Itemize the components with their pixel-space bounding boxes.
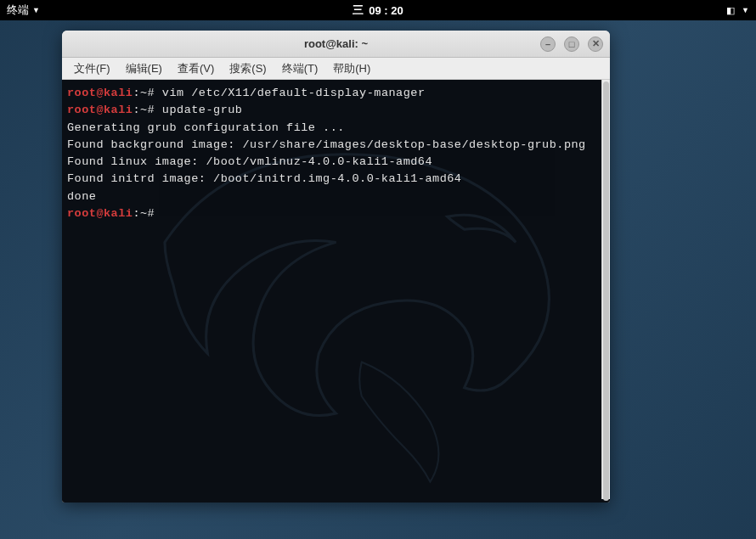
terminal-line: Found background image: /usr/share/image…: [67, 137, 605, 154]
menu-search[interactable]: 搜索(S): [223, 59, 273, 79]
minimize-icon: –: [545, 39, 550, 49]
terminal-line: root@kali:~# vim /etc/X11/default-displa…: [67, 85, 605, 102]
terminal-line: done: [67, 188, 605, 205]
menu-file[interactable]: 文件(F): [67, 59, 117, 79]
maximize-icon: □: [569, 39, 575, 49]
status-network-icon: ◧: [726, 5, 735, 16]
app-indicator-label: 终端: [7, 3, 29, 18]
clock-time: 09 : 20: [369, 4, 403, 17]
menu-edit[interactable]: 编辑(E): [119, 59, 169, 79]
topbar-status-area[interactable]: ◧ ▼: [726, 5, 749, 16]
close-button[interactable]: ✕: [588, 36, 603, 52]
topbar-app-indicator[interactable]: 终端 ▼: [7, 3, 40, 18]
close-icon: ✕: [592, 38, 600, 49]
maximize-button[interactable]: □: [564, 36, 579, 52]
terminal-line: Found linux image: /boot/vmlinuz-4.0.0-k…: [67, 154, 605, 171]
terminal-line: root@kali:~# update-grub: [67, 102, 605, 119]
topbar-clock[interactable]: 三 09 : 20: [353, 3, 403, 18]
menu-view[interactable]: 查看(V): [171, 59, 221, 79]
prompt-user: root@: [67, 87, 104, 99]
window-titlebar[interactable]: root@kali: ~ – □ ✕: [62, 31, 610, 58]
terminal-window: root@kali: ~ – □ ✕ 文件(F) 编辑(E) 查看(V) 搜索(…: [62, 31, 610, 503]
minimize-button[interactable]: –: [540, 36, 556, 52]
terminal-content: root@kali:~# vim /etc/X11/default-displa…: [67, 85, 605, 222]
terminal-line: Found initrd image: /boot/initrd.img-4.0…: [67, 171, 605, 188]
terminal-line: Generating grub configuration file ...: [67, 120, 605, 137]
chevron-down-icon: ▼: [742, 6, 749, 14]
menubar: 文件(F) 编辑(E) 查看(V) 搜索(S) 终端(T) 帮助(H): [62, 58, 610, 80]
terminal-area[interactable]: root@kali:~# vim /etc/X11/default-displa…: [62, 80, 610, 503]
prompt-path: :~#: [133, 87, 155, 99]
menu-help[interactable]: 帮助(H): [326, 59, 377, 79]
chevron-down-icon: ▼: [32, 6, 40, 14]
prompt-path: :~#: [133, 207, 155, 220]
prompt-user: root@: [67, 104, 104, 116]
clock-day: 三: [353, 3, 364, 18]
prompt-path: :~#: [133, 104, 155, 116]
prompt-host: kali: [104, 87, 133, 99]
prompt-user: root@: [67, 207, 104, 220]
window-controls: – □ ✕: [540, 36, 603, 52]
desktop-topbar: 终端 ▼ 三 09 : 20 ◧ ▼: [0, 0, 756, 20]
prompt-command: [155, 207, 162, 220]
prompt-command: vim /etc/X11/default-display-manager: [155, 87, 425, 99]
prompt-host: kali: [104, 207, 133, 220]
prompt-command: update-grub: [155, 104, 242, 116]
window-title: root@kali: ~: [304, 37, 368, 50]
menu-terminal[interactable]: 终端(T): [275, 59, 325, 79]
terminal-line: root@kali:~#: [67, 205, 605, 222]
prompt-host: kali: [104, 104, 133, 116]
